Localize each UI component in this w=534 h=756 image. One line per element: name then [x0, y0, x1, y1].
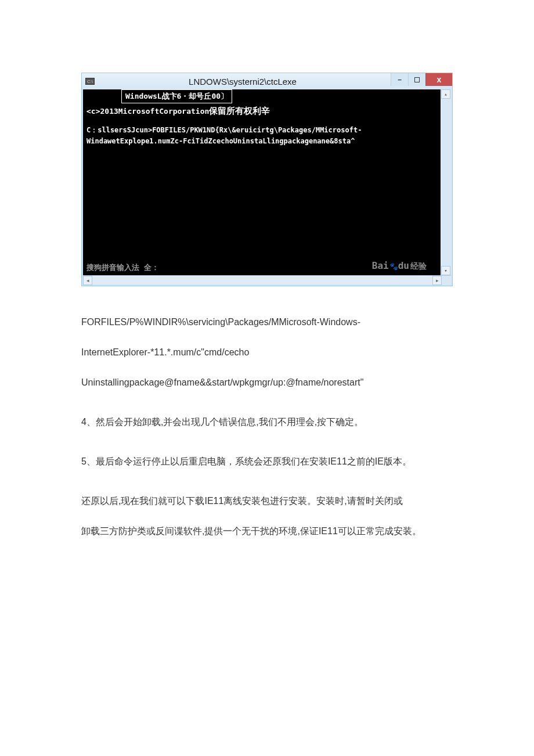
ime-status-text: 搜狗拼音输入法 全： — [86, 262, 159, 273]
cmd-icon: C:\ — [85, 78, 95, 85]
horizontal-scrollbar[interactable]: ◂ ▸ — [83, 275, 451, 285]
watermark-du: du — [398, 260, 409, 271]
paw-icon: 🐾 — [389, 262, 398, 271]
cmd-output-area[interactable]: ▴ WindowsL战卞6・却号丘00〕 <c>2013MicrosoftCor… — [83, 89, 451, 275]
cmd-copyright-line: <c>2013MicrosoftCorporation保留所有权利辛 — [83, 103, 441, 119]
scroll-up-button[interactable]: ▴ — [441, 89, 450, 99]
command-text-1: FORFILES/P%WINDIR%\servicing\Packages/MM… — [81, 315, 453, 329]
copyright-cn: 保留所有权利辛 — [209, 106, 270, 116]
cmd-version-line: WindowsL战卞6・却号丘00〕 — [121, 89, 232, 103]
window-title: LNDOWS\systerni2\ctcLexe — [95, 77, 391, 87]
scroll-right-button[interactable]: ▸ — [432, 276, 442, 285]
cmd-command-line: C：sllsersSJcun>FOBFILES/PKW1ND{Rx\&eruic… — [83, 119, 441, 148]
close-button[interactable]: x — [425, 73, 452, 86]
cmd-command-line-1: C：sllsersSJcun>FOBFILES/PKW1ND{Rx\&eruic… — [86, 126, 362, 134]
note-line-2: 卸载三方防护类或反间谍软件,提供一个无干扰的环境,保证IE11可以正常完成安装。 — [81, 524, 453, 538]
step-4: 4、然后会开始卸载,并会出现几个错误信息,我们不用理会,按下确定。 — [81, 415, 453, 429]
scroll-track[interactable] — [92, 276, 432, 285]
command-text-3: Uninstallingpackage@fname&&start/wpkgmgr… — [81, 376, 453, 390]
minimize-button[interactable]: – — [391, 73, 408, 86]
command-text-2: InternetExplorer-*11.*.mum/c"cmd/cecho — [81, 345, 453, 359]
step-5: 5、最后命令运行停止以后重启电脑，系统会还原我们在安装IE11之前的IE版本。 — [81, 455, 453, 469]
cmd-command-line-2: WindawetExplope1.numZc-FciTidZcechoUnins… — [86, 137, 355, 145]
copyright-en: <c>2013MicrosoftCorporation — [86, 107, 209, 116]
scroll-corner — [442, 276, 451, 285]
note-line-1: 还原以后,现在我们就可以下载IE11离线安装包进行安装。安装时,请暂时关闭或 — [81, 494, 453, 508]
maximize-icon — [414, 77, 420, 82]
maximize-button[interactable] — [408, 73, 425, 86]
window-controls: – x — [391, 73, 452, 89]
baidu-watermark: Bai🐾du经验 — [372, 260, 427, 272]
scroll-down-button[interactable]: ▾ — [441, 266, 450, 275]
window-title-bar: C:\ LNDOWS\systerni2\ctcLexe – x — [82, 73, 452, 89]
document-body-text: FORFILES/P%WINDIR%\servicing\Packages/MM… — [81, 315, 453, 538]
cmd-body-wrap: ▴ WindowsL战卞6・却号丘00〕 <c>2013MicrosoftCor… — [82, 89, 452, 286]
watermark-bai: Bai — [372, 260, 389, 271]
scroll-left-button[interactable]: ◂ — [83, 276, 92, 285]
watermark-cn: 经验 — [410, 261, 427, 272]
cmd-window-screenshot: C:\ LNDOWS\systerni2\ctcLexe – x ▴ Windo… — [81, 73, 453, 286]
